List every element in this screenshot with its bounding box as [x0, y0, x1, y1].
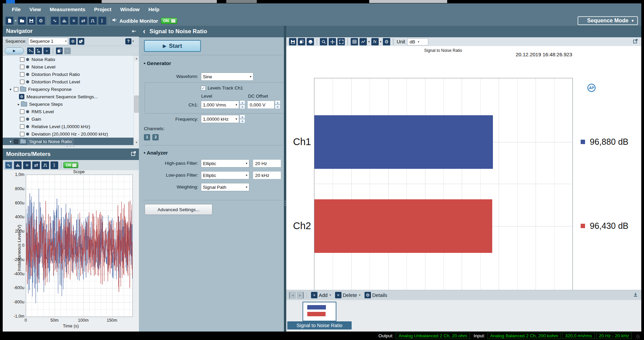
panel-splitter-handle[interactable]: • • •: [3, 145, 139, 148]
low-pass-freq-field[interactable]: 20 kHz: [253, 171, 281, 179]
scope-monitor-icon[interactable]: ∿: [51, 17, 59, 25]
new-project-caret-icon[interactable]: ▾: [15, 19, 17, 22]
scope-view-icon[interactable]: ∿: [5, 161, 13, 169]
fft-view-icon[interactable]: [14, 161, 22, 169]
start-button[interactable]: ▶ Start: [144, 40, 201, 52]
low-pass-select[interactable]: Elliptic ▾: [201, 171, 249, 179]
tree-item[interactable]: Distortion Product Ratio: [3, 71, 133, 78]
add-analyzer-step-icon[interactable]: [35, 47, 42, 54]
unit-select[interactable]: dB ▾: [407, 38, 428, 45]
output-value[interactable]: Analog Unbalanced 2 Ch, 20 ohm: [396, 333, 470, 339]
bluetooth-icon[interactable]: ᛒ: [98, 17, 106, 25]
tree-item[interactable]: Distortion Product Level: [3, 78, 133, 85]
tree-item[interactable]: Noise Ratio: [3, 56, 133, 63]
tree-checkbox[interactable]: [20, 57, 24, 62]
function-icon[interactable]: fx: [371, 38, 379, 45]
tree-scrollbar[interactable]: ▲ ▼: [133, 56, 139, 145]
tree-item[interactable]: Relative Level (1,00000 kHz): [3, 123, 133, 130]
delete-icon[interactable]: ×: [335, 292, 341, 298]
menu-project[interactable]: Project: [90, 6, 116, 12]
pan-icon[interactable]: [329, 38, 336, 45]
io-view-icon[interactable]: ⇄: [32, 161, 40, 169]
resize-grip[interactable]: [636, 335, 640, 339]
frequency-spinner[interactable]: ▲▼: [240, 115, 245, 123]
signal-path-icon[interactable]: ⇄: [79, 17, 87, 25]
new-project-icon[interactable]: [5, 17, 14, 25]
sequence-select[interactable]: Sequence 1 ▾: [28, 38, 68, 45]
expand-arrow-icon[interactable]: ▾: [8, 87, 13, 91]
details-gear-icon[interactable]: ⚙: [365, 292, 371, 298]
copy-graph-icon[interactable]: [298, 38, 305, 45]
channel-2-button[interactable]: 2: [152, 134, 159, 140]
input-status-value[interactable]: 320,0 mVrms: [562, 333, 595, 339]
menu-view[interactable]: View: [25, 6, 45, 12]
tree-item[interactable]: Noise Level: [3, 63, 133, 71]
tree-item[interactable]: ▾Signal to Noise Ratio: [3, 138, 133, 145]
print-icon[interactable]: [307, 38, 314, 45]
tree-item[interactable]: ▾Frequency Response: [3, 85, 133, 93]
fit-view-icon[interactable]: [337, 38, 345, 45]
ch1-level-select[interactable]: 1,000 Vrms ▾: [201, 101, 239, 109]
tree-checkbox[interactable]: [20, 132, 24, 136]
tree-checkbox[interactable]: [20, 72, 24, 77]
tree-checkbox[interactable]: [20, 109, 24, 114]
scroll-up-icon[interactable]: ▲: [134, 56, 139, 61]
waveform-select[interactable]: Sine ▾: [201, 73, 253, 81]
scroll-down-icon[interactable]: ▼: [134, 140, 139, 145]
scrollbar-thumb[interactable]: [134, 96, 139, 113]
save-project-icon[interactable]: [27, 17, 36, 25]
delete-label[interactable]: Delete: [343, 293, 357, 298]
run-sequence-button[interactable]: ▶: [5, 47, 24, 54]
help-button[interactable]: ? ▾: [125, 38, 136, 45]
tree-checkbox[interactable]: [20, 124, 24, 129]
meters-view-icon[interactable]: ≡: [23, 161, 31, 169]
back-chevron-icon[interactable]: ‹: [143, 27, 145, 36]
high-pass-select[interactable]: Elliptic ▾: [201, 159, 249, 167]
menu-measurements[interactable]: Measurements: [45, 6, 90, 12]
tree-item[interactable]: RMS Level: [3, 108, 133, 115]
settings-gear-icon[interactable]: ⚙: [37, 17, 45, 25]
high-pass-freq-field[interactable]: 20 Hz: [253, 159, 281, 167]
save-graph-icon[interactable]: [289, 38, 296, 45]
sequence-lock-icon[interactable]: [78, 38, 84, 45]
advanced-settings-button[interactable]: Advanced Settings...: [145, 204, 212, 215]
menu-window[interactable]: Window: [116, 6, 144, 12]
graph-type-icon[interactable]: [359, 38, 367, 45]
graph-settings-gear-icon[interactable]: ⚙: [383, 38, 390, 45]
tree-checkbox[interactable]: [14, 87, 18, 92]
expand-arrow-icon[interactable]: ▾: [8, 140, 13, 143]
thumbnail-label[interactable]: Signal to Noise Ratio: [287, 321, 352, 329]
weighting-select[interactable]: Signal Path ▾: [201, 183, 249, 191]
tree-item[interactable]: Gain: [3, 115, 133, 123]
panel-splitter[interactable]: •••: [284, 26, 286, 332]
tree-checkbox[interactable]: [20, 65, 24, 69]
tree-item[interactable]: ⚙Measurement Sequence Settings...: [3, 93, 133, 100]
function-caret-icon[interactable]: ▾: [380, 40, 382, 43]
tree-checkbox[interactable]: [14, 139, 18, 144]
graph-thumbnail[interactable]: [303, 302, 336, 321]
copy-step-icon[interactable]: [56, 47, 63, 54]
tree-checkbox[interactable]: [20, 80, 24, 84]
details-label[interactable]: Details: [372, 293, 387, 298]
input-status-value[interactable]: 20 Hz - 20 kHz: [596, 333, 632, 339]
delete-caret-icon[interactable]: ▾: [359, 294, 360, 297]
dc-offset-spinner[interactable]: ▲▼: [275, 100, 281, 109]
add-label[interactable]: Add: [319, 293, 328, 298]
menu-help[interactable]: Help: [144, 6, 164, 12]
export-strip-icon[interactable]: [633, 292, 638, 298]
pulse-view-icon[interactable]: [41, 161, 49, 169]
monitors-on-toggle[interactable]: ON: [63, 162, 78, 168]
data-table-icon[interactable]: [351, 38, 358, 45]
collapse-panel-icon[interactable]: ⇤: [132, 28, 136, 34]
levels-track-checkbox[interactable]: ✓: [201, 86, 206, 91]
sequence-mode-button[interactable]: Sequence Mode ▼: [578, 16, 638, 25]
tree-item[interactable]: Deviation (20,0000 Hz - 20,0000 kHz): [3, 130, 133, 138]
bluetooth-view-icon[interactable]: ᛒ: [50, 161, 58, 169]
pulse-monitor-icon[interactable]: [89, 17, 97, 25]
level-spinner[interactable]: ▲▼: [240, 100, 245, 109]
frequency-select[interactable]: 1,00000 kHz ▾: [201, 115, 239, 123]
tree-checkbox[interactable]: [20, 117, 24, 121]
add-caret-icon[interactable]: ▾: [330, 294, 331, 297]
graph-type-caret-icon[interactable]: ▾: [368, 40, 370, 43]
add-icon[interactable]: +: [311, 292, 317, 298]
